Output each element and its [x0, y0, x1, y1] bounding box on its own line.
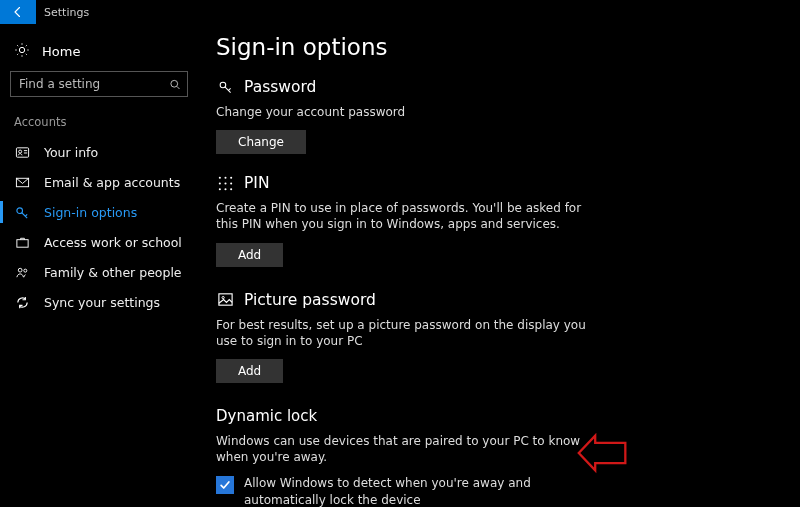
sidebar-item-work[interactable]: Access work or school [0, 227, 200, 257]
title-bar: Settings [0, 0, 800, 24]
add-picture-button[interactable]: Add [216, 359, 283, 383]
svg-line-1 [177, 86, 180, 89]
sidebar-item-signin[interactable]: Sign-in options [0, 197, 200, 227]
sidebar-item-email[interactable]: Email & app accounts [0, 167, 200, 197]
people-icon [14, 264, 30, 280]
svg-point-22 [222, 297, 224, 299]
sidebar: Home Accounts Your info Email & app acco… [0, 24, 200, 507]
svg-point-16 [224, 182, 226, 184]
sidebar-item-sync[interactable]: Sync your settings [0, 287, 200, 317]
password-desc: Change your account password [216, 104, 586, 120]
svg-point-17 [230, 182, 232, 184]
picture-icon [216, 291, 234, 309]
pin-desc: Create a PIN to use in place of password… [216, 200, 586, 232]
briefcase-icon [14, 234, 30, 250]
dynamic-lock-title: Dynamic lock [216, 407, 586, 425]
content-area: Sign-in options Password Change your acc… [200, 24, 800, 507]
svg-point-9 [18, 268, 22, 272]
search-icon [169, 78, 181, 91]
dynamic-lock-checkbox-row[interactable]: Allow Windows to detect when you're away… [216, 475, 586, 507]
password-title: Password [244, 78, 316, 96]
person-badge-icon [14, 144, 30, 160]
change-password-button[interactable]: Change [216, 130, 306, 154]
key-icon [216, 78, 234, 96]
svg-point-0 [171, 80, 178, 87]
add-pin-button[interactable]: Add [216, 243, 283, 267]
arrow-left-icon [12, 6, 24, 18]
search-input[interactable] [19, 77, 169, 91]
sidebar-item-label: Sign-in options [44, 205, 137, 220]
home-label: Home [42, 44, 80, 59]
sidebar-item-label: Your info [44, 145, 98, 160]
home-link[interactable]: Home [0, 36, 200, 71]
page-title: Sign-in options [216, 34, 772, 60]
picture-group: Picture password For best results, set u… [216, 291, 586, 383]
sidebar-item-label: Access work or school [44, 235, 182, 250]
svg-point-19 [224, 188, 226, 190]
svg-point-20 [230, 188, 232, 190]
svg-rect-8 [16, 239, 27, 247]
svg-point-10 [23, 269, 26, 272]
dynamic-lock-desc: Windows can use devices that are paired … [216, 433, 586, 465]
svg-rect-21 [218, 294, 231, 305]
svg-point-15 [218, 182, 220, 184]
sidebar-item-label: Family & other people [44, 265, 182, 280]
svg-point-3 [18, 150, 21, 153]
search-box[interactable] [10, 71, 188, 97]
sidebar-item-label: Email & app accounts [44, 175, 180, 190]
checkmark-icon [219, 479, 231, 491]
svg-point-12 [218, 176, 220, 178]
pin-title: PIN [244, 174, 270, 192]
window-title: Settings [36, 0, 89, 24]
sync-icon [14, 294, 30, 310]
picture-desc: For best results, set up a picture passw… [216, 317, 586, 349]
picture-title: Picture password [244, 291, 376, 309]
mail-icon [14, 174, 30, 190]
dynamic-lock-checkbox-label: Allow Windows to detect when you're away… [244, 475, 544, 507]
svg-point-13 [224, 176, 226, 178]
gear-icon [14, 42, 30, 61]
svg-point-18 [218, 188, 220, 190]
section-label: Accounts [0, 111, 200, 137]
dynamic-lock-checkbox[interactable] [216, 476, 234, 494]
pin-group: PIN Create a PIN to use in place of pass… [216, 174, 586, 266]
sidebar-item-label: Sync your settings [44, 295, 160, 310]
password-group: Password Change your account password Ch… [216, 78, 586, 154]
sidebar-item-family[interactable]: Family & other people [0, 257, 200, 287]
key-icon [14, 204, 30, 220]
keypad-icon [216, 174, 234, 192]
dynamic-lock-group: Dynamic lock Windows can use devices tha… [216, 407, 586, 507]
svg-point-14 [230, 176, 232, 178]
sidebar-item-your-info[interactable]: Your info [0, 137, 200, 167]
back-button[interactable] [0, 0, 36, 24]
